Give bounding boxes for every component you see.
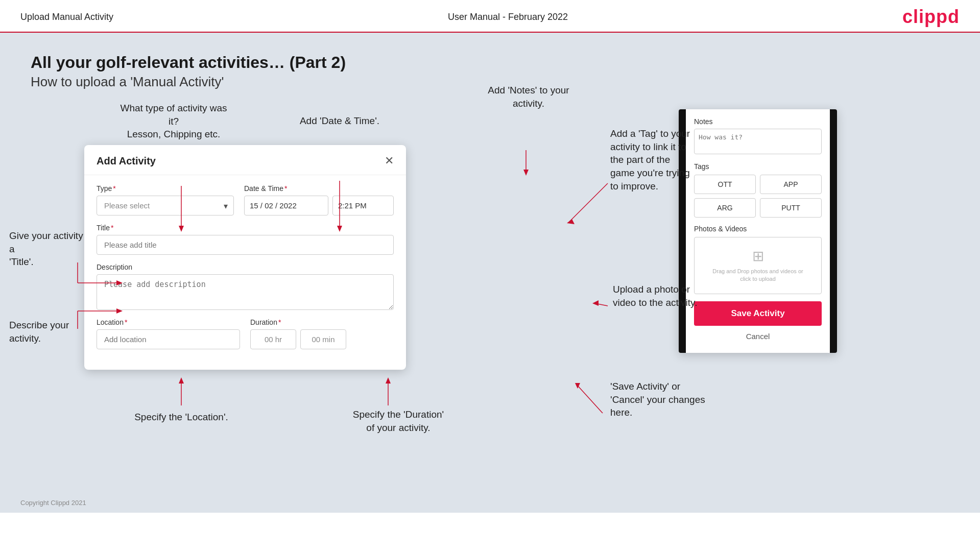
duration-label: Duration* xyxy=(250,318,394,326)
type-select[interactable]: Please select xyxy=(97,196,234,215)
modal-title: Add Activity xyxy=(97,155,156,167)
description-label: Description xyxy=(97,263,394,271)
title-input[interactable] xyxy=(97,235,394,255)
annotation-datetime: Add 'Date & Time'. xyxy=(289,114,391,128)
tag-putt[interactable]: PUTT xyxy=(760,198,822,218)
top-bar: Upload Manual Activity User Manual - Feb… xyxy=(0,0,980,33)
photos-label: Photos & Videos xyxy=(694,225,822,233)
location-group: Location* xyxy=(97,318,240,349)
logo: clippd xyxy=(902,6,960,28)
location-label: Location* xyxy=(97,318,240,326)
manual-title: User Manual - February 2022 xyxy=(448,12,568,22)
svg-marker-17 xyxy=(567,219,575,224)
datetime-label: Date & Time* xyxy=(244,184,394,193)
modal-close-button[interactable]: ✕ xyxy=(385,154,394,167)
annotation-notes: Add 'Notes' to your activity. xyxy=(475,84,582,110)
datetime-inputs xyxy=(244,196,394,215)
add-activity-modal: Add Activity ✕ Type* Please select xyxy=(84,145,406,370)
upload-icon: ⊞ xyxy=(705,248,811,265)
page-title: All your golf-relevant activities… (Part… xyxy=(31,53,949,72)
annotation-duration: Specify the 'Duration' of your activity. xyxy=(337,408,460,434)
type-group: Type* Please select xyxy=(97,184,234,215)
svg-line-16 xyxy=(569,183,608,222)
phone-right-bar xyxy=(830,109,837,353)
modal-body: Type* Please select Date & Time* xyxy=(84,175,406,370)
type-label: Type* xyxy=(97,184,234,193)
datetime-group: Date & Time* xyxy=(244,184,394,215)
modal-header: Add Activity ✕ xyxy=(84,145,406,175)
upload-text: Drag and Drop photos and videos orclick … xyxy=(705,268,811,283)
description-group: Description xyxy=(97,263,394,310)
annotation-location: Specify the 'Location'. xyxy=(125,411,237,424)
svg-marker-11 xyxy=(179,377,184,384)
location-input[interactable] xyxy=(97,329,240,349)
annotation-tag: Add a 'Tag' to your activity to link it … xyxy=(610,127,728,193)
svg-marker-15 xyxy=(523,170,529,176)
annotation-describe: Describe your activity. xyxy=(9,319,83,345)
main-content: All your golf-relevant activities… (Part… xyxy=(0,33,980,513)
annotation-save-cancel: 'Save Activity' or 'Cancel' your changes… xyxy=(610,380,738,419)
copyright: Copyright Clippd 2021 xyxy=(20,499,86,507)
type-datetime-row: Type* Please select Date & Time* xyxy=(97,184,394,215)
page-section-title: Upload Manual Activity xyxy=(20,12,113,22)
tag-app[interactable]: APP xyxy=(760,175,822,194)
duration-min-input[interactable] xyxy=(300,329,346,349)
svg-marker-21 xyxy=(575,383,580,389)
svg-line-18 xyxy=(595,303,608,306)
svg-marker-19 xyxy=(592,300,599,306)
duration-hr-input[interactable] xyxy=(250,329,296,349)
duration-inputs xyxy=(250,329,394,349)
cancel-link[interactable]: Cancel xyxy=(694,332,822,341)
svg-marker-13 xyxy=(386,377,391,384)
description-textarea[interactable] xyxy=(97,274,394,310)
date-input[interactable] xyxy=(244,196,328,215)
annotation-type: What type of activity was it? Lesson, Ch… xyxy=(117,102,230,141)
annotation-title: Give your activity a 'Title'. xyxy=(9,229,83,269)
svg-line-20 xyxy=(577,385,603,413)
type-select-wrapper[interactable]: Please select xyxy=(97,196,234,215)
notes-label: Notes xyxy=(694,117,822,126)
annotation-upload: Upload a photo or video to the activity. xyxy=(613,283,730,309)
tag-arg[interactable]: ARG xyxy=(694,198,756,218)
location-duration-row: Location* Duration* xyxy=(97,318,394,349)
title-group: Title* xyxy=(97,224,394,255)
duration-group: Duration* xyxy=(250,318,394,349)
time-input[interactable] xyxy=(332,196,394,215)
title-field-label: Title* xyxy=(97,224,394,232)
